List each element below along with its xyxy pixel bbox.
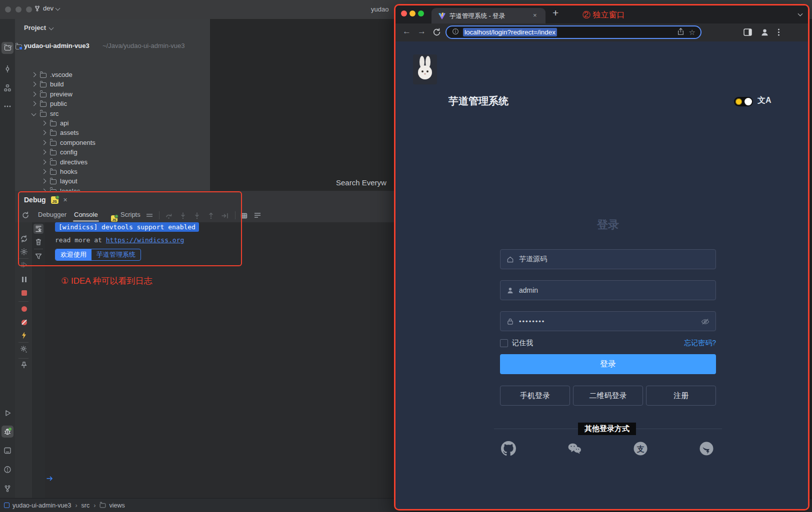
pause-icon[interactable] — [20, 275, 28, 284]
breadcrumb-views[interactable]: views — [109, 502, 124, 509]
theme-toggle[interactable] — [734, 97, 753, 106]
console-link[interactable]: https://windicss.org — [106, 236, 184, 244]
share-icon[interactable] — [677, 27, 684, 37]
options-icon[interactable] — [146, 212, 153, 220]
forward-icon[interactable]: → — [418, 26, 426, 36]
window-close-button[interactable] — [5, 6, 11, 12]
js-file-icon[interactable]: JS — [51, 196, 58, 204]
console-output-area[interactable] — [45, 222, 394, 498]
scroll-to-end-icon[interactable] — [34, 224, 44, 234]
language-icon[interactable]: 文A — [758, 95, 772, 106]
browser-close-button[interactable] — [401, 10, 407, 16]
dingtalk-icon[interactable] — [699, 441, 714, 456]
filter-icon[interactable] — [34, 251, 44, 261]
sidebar-item-git[interactable] — [2, 483, 14, 495]
sidebar-item-terminal[interactable] — [2, 445, 14, 457]
mobile-login-button[interactable]: 手机登录 — [500, 386, 570, 406]
tab-search-chevron-icon[interactable] — [798, 11, 803, 16]
browser-tab[interactable]: 芋道管理系统 - 登录 × — [432, 8, 546, 23]
stop-icon[interactable] — [20, 288, 28, 297]
forgot-password-link[interactable]: 忘记密码? — [684, 339, 716, 348]
remember-checkbox[interactable] — [500, 339, 508, 347]
tree-item-label: build — [50, 80, 64, 88]
hot-reload-icon[interactable] — [20, 331, 28, 340]
tree-item[interactable]: components — [15, 138, 210, 147]
breadcrumb-project[interactable]: yudao-ui-admin-vue3 — [12, 502, 71, 509]
tree-item[interactable]: directives — [15, 157, 210, 167]
tree-item[interactable]: config — [15, 147, 210, 157]
layout-grid-icon[interactable] — [240, 212, 248, 221]
step-out-icon[interactable] — [207, 212, 215, 221]
tree-item[interactable]: .vscode — [15, 70, 210, 79]
back-icon[interactable]: ← — [402, 26, 411, 36]
sidebar-item-run[interactable] — [2, 407, 14, 419]
profile-avatar-icon[interactable] — [760, 27, 770, 39]
tree-item[interactable]: locales — [15, 186, 210, 191]
step-into-icon[interactable] — [179, 212, 187, 221]
console-line-text: [windicss] devtools support enabled — [55, 222, 199, 232]
tab-scripts[interactable]: Scripts — [120, 211, 140, 218]
sidebar-item-commit[interactable] — [2, 63, 14, 75]
tree-item[interactable]: api — [15, 118, 210, 128]
run-to-cursor-icon[interactable] — [221, 212, 229, 221]
settings-gear-dropdown-icon[interactable] — [20, 345, 28, 354]
register-button[interactable]: 注册 — [646, 386, 716, 406]
window-zoom-button[interactable] — [26, 6, 32, 12]
sidebar-item-more[interactable] — [2, 100, 14, 112]
bookmark-star-icon[interactable]: ☆ — [689, 28, 696, 37]
window-minimize-button[interactable] — [16, 6, 22, 12]
resume-program-icon[interactable] — [20, 234, 28, 243]
wechat-icon[interactable] — [567, 441, 582, 456]
qrcode-login-button[interactable]: 二维码登录 — [573, 386, 643, 406]
console-prompt-arrow-icon[interactable] — [46, 475, 54, 484]
divider — [18, 342, 28, 343]
clear-console-trash-icon[interactable] — [34, 237, 44, 247]
rerun-icon[interactable] — [22, 211, 30, 221]
tree-item[interactable]: build — [15, 79, 210, 89]
step-over-icon[interactable] — [165, 212, 173, 221]
new-tab-button[interactable]: + — [552, 7, 558, 19]
eye-off-icon[interactable] — [701, 318, 710, 325]
github-icon[interactable] — [501, 441, 516, 456]
tree-item[interactable]: public — [15, 99, 210, 108]
tree-item[interactable]: layout — [15, 176, 210, 186]
tree-item[interactable]: hooks — [15, 167, 210, 176]
tree-item[interactable]: src — [15, 109, 210, 118]
welcome-badge: 欢迎使用 — [56, 249, 92, 260]
project-widget-icon[interactable] — [4, 503, 10, 508]
alipay-icon[interactable]: 支 — [633, 441, 648, 456]
browser-menu-icon[interactable] — [778, 31, 780, 33]
tab-debugger[interactable]: Debugger — [38, 211, 66, 218]
browser-minimize-button[interactable] — [410, 10, 416, 16]
resume-paused-icon[interactable] — [20, 260, 28, 269]
tree-item[interactable]: preview — [15, 89, 210, 99]
address-bar[interactable]: localhost/login?redirect=/index ☆ — [446, 25, 702, 39]
force-step-into-icon[interactable] — [193, 212, 201, 221]
url-text-selected[interactable]: localhost/login?redirect=/index — [463, 28, 557, 36]
login-button[interactable]: 登录 — [500, 354, 716, 374]
tab-console[interactable]: Console — [74, 211, 98, 218]
tree-item[interactable]: assets — [15, 128, 210, 137]
tenant-input[interactable]: 芋道源码 — [500, 249, 716, 269]
sidebar-item-problems[interactable] — [2, 464, 14, 476]
soft-wrap-icon[interactable] — [254, 212, 261, 220]
git-branch-widget[interactable]: dev — [34, 4, 60, 12]
pin-icon[interactable] — [20, 361, 28, 370]
sidebar-item-debug[interactable] — [2, 426, 14, 438]
console-line-highlighted[interactable]: [windicss] devtools support enabled — [55, 223, 199, 231]
reload-icon[interactable] — [432, 28, 441, 38]
sidebar-item-structure[interactable] — [2, 82, 14, 94]
settings-gear-icon[interactable] — [20, 247, 28, 256]
run-icon — [4, 409, 12, 417]
side-panel-icon[interactable] — [744, 28, 752, 38]
username-input[interactable]: admin — [500, 280, 716, 300]
close-icon[interactable]: × — [64, 196, 68, 204]
site-info-icon[interactable] — [452, 28, 459, 37]
mute-breakpoints-icon[interactable] — [20, 318, 28, 327]
password-input[interactable]: •••••••• — [500, 311, 716, 331]
view-breakpoints-icon[interactable] — [20, 304, 28, 313]
browser-zoom-button[interactable] — [418, 10, 424, 16]
breadcrumb-src[interactable]: src — [82, 502, 90, 509]
tab-close-icon[interactable]: × — [533, 11, 537, 19]
sun-icon — [736, 98, 742, 105]
